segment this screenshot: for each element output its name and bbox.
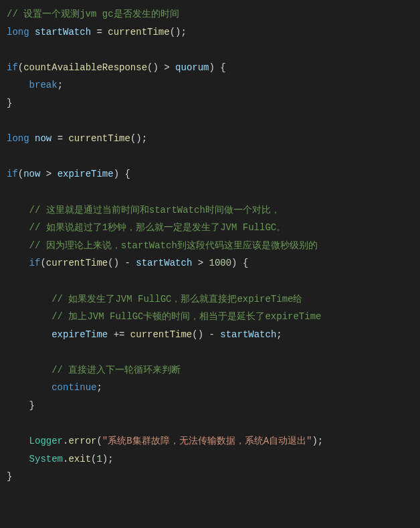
code-token: now: [35, 133, 51, 144]
code-token: (: [18, 62, 23, 73]
code-token: [7, 418, 12, 429]
code-content: // 设置一个观测jvm gc是否发生的时间 long startWatch =…: [0, 0, 323, 491]
code-token: () >: [147, 62, 175, 73]
code-token: countAvailableResponse: [23, 62, 147, 73]
code-token: continue: [51, 382, 96, 393]
code-token: // 因为理论上来说，startWatch到这段代码这里应该是微秒级别的: [29, 240, 318, 251]
code-token: (: [96, 436, 102, 446]
code-token: if: [29, 258, 41, 268]
code-token: if: [7, 62, 18, 73]
code-token: Logger: [29, 436, 63, 446]
code-token: 1: [96, 454, 102, 464]
code-token: // 如果发生了JVM FullGC，那么就直接把expireTime给: [51, 294, 302, 304]
code-token: ) {: [209, 62, 226, 73]
code-token: (: [18, 169, 23, 179]
code-token: [7, 276, 12, 286]
code-token: ;: [58, 80, 63, 90]
code-token: expireTime: [58, 169, 114, 179]
code-token: ;: [96, 382, 102, 393]
code-token: long: [7, 27, 29, 37]
code-token: quorum: [175, 62, 209, 73]
code-token: [7, 187, 12, 197]
code-token: +=: [108, 329, 130, 340]
code-token: =: [91, 27, 108, 37]
code-token: currentTime: [108, 27, 169, 37]
code-token: [29, 133, 35, 144]
code-token: }: [29, 400, 35, 411]
code-token: [7, 44, 12, 55]
code-token: [7, 116, 12, 126]
code-token: }: [7, 471, 12, 482]
code-token: break: [29, 80, 58, 90]
code-token: }: [7, 98, 12, 108]
code-token: "系统B集群故障，无法传输数据，系统A自动退出": [102, 436, 312, 446]
code-token: );: [312, 436, 323, 446]
code-token: error: [68, 436, 96, 446]
code-token: ) {: [231, 258, 248, 268]
code-token: (: [40, 258, 45, 268]
code-token: // 加上JVM FullGC卡顿的时间，相当于是延长了expireTime: [51, 311, 321, 322]
code-token: () -: [192, 329, 220, 340]
code-token: exit: [68, 454, 91, 464]
code-token: if: [7, 169, 18, 179]
code-token: startWatch: [220, 329, 276, 340]
code-token: currentTime: [46, 258, 108, 268]
code-token: // 这里就是通过当前时间和startWatch时间做一个对比，: [29, 205, 280, 215]
code-token: expireTime: [51, 329, 108, 340]
code-token: [7, 151, 12, 162]
code-token: >: [40, 169, 57, 179]
code-token: now: [23, 169, 40, 179]
code-token: >: [192, 258, 209, 268]
code-token: currentTime: [68, 133, 130, 144]
code-token: startWatch: [35, 27, 91, 37]
code-token: // 如果说超过了1秒钟，那么就一定是发生了JVM FullGC。: [29, 222, 286, 233]
code-token: System: [29, 454, 63, 464]
code-token: [7, 347, 12, 357]
code-token: startWatch: [136, 258, 192, 268]
code-token: [29, 27, 35, 37]
code-token: );: [102, 454, 114, 464]
code-token: // 直接进入下一轮循环来判断: [51, 365, 181, 375]
code-token: =: [51, 133, 68, 144]
code-token: // 设置一个观测jvm gc是否发生的时间: [7, 9, 179, 19]
code-token: currentTime: [130, 329, 192, 340]
code-token: () -: [108, 258, 136, 268]
code-block: // 设置一个观测jvm gc是否发生的时间 long startWatch =…: [0, 0, 420, 491]
code-token: ;: [276, 329, 282, 340]
code-token: ();: [170, 27, 187, 37]
code-token: 1000: [209, 258, 232, 268]
code-token: ();: [130, 133, 147, 144]
code-token: long: [7, 133, 29, 144]
code-token: ) {: [114, 169, 130, 179]
